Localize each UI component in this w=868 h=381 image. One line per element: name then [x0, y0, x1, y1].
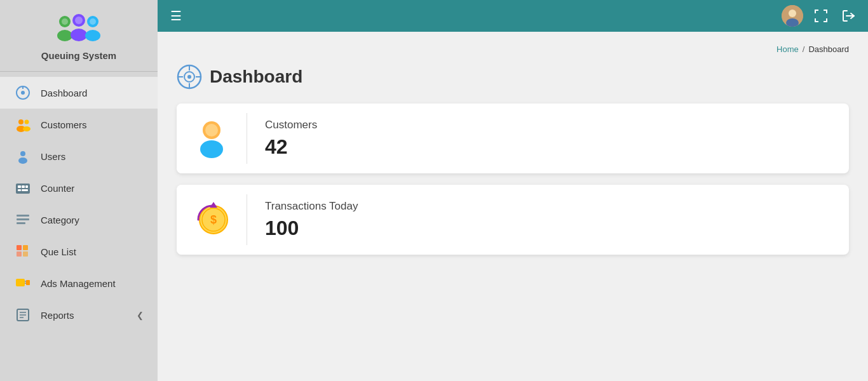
svg-rect-20 — [22, 185, 25, 188]
breadcrumb-separator: / — [803, 44, 805, 54]
svg-rect-25 — [17, 218, 29, 220]
customers-icon — [14, 116, 32, 133]
menu-toggle-button[interactable]: ☰ — [168, 6, 184, 26]
svg-rect-22 — [18, 189, 21, 191]
svg-point-3 — [71, 29, 87, 41]
topbar: ☰ — [158, 0, 868, 32]
svg-point-1 — [57, 30, 72, 41]
topbar-left: ☰ — [168, 6, 184, 26]
logo-svg — [53, 13, 104, 48]
sidebar-item-users-label: Users — [41, 151, 65, 162]
svg-point-40 — [789, 10, 796, 17]
logout-icon — [841, 9, 855, 23]
transactions-card-label: Transactions Today — [265, 200, 849, 213]
users-icon — [14, 147, 32, 165]
fullscreen-icon — [815, 10, 827, 22]
svg-rect-30 — [23, 251, 28, 257]
svg-rect-21 — [25, 185, 28, 188]
svg-rect-32 — [26, 280, 30, 285]
svg-point-15 — [23, 126, 31, 131]
svg-point-12 — [18, 119, 24, 124]
svg-point-10 — [21, 91, 25, 95]
sidebar-item-que-list-label: Que List — [41, 246, 76, 257]
user-avatar[interactable] — [782, 5, 803, 27]
sidebar: Queuing System Dashboard Customers — [0, 0, 158, 381]
sidebar-item-category-label: Category — [41, 215, 79, 225]
sidebar-nav: Dashboard Customers Users — [0, 77, 158, 331]
breadcrumb-current: Dashboard — [808, 44, 849, 54]
page-title-icon — [177, 64, 202, 90]
app-title: Queuing System — [41, 50, 116, 61]
sidebar-item-customers-label: Customers — [41, 119, 87, 130]
svg-point-17 — [18, 157, 27, 164]
content-area: Home / Dashboard Dashboard — [158, 32, 868, 381]
dashboard-icon — [14, 84, 32, 102]
customer-card-icon — [189, 116, 234, 161]
ads-icon — [14, 274, 32, 292]
sidebar-logo: Queuing System — [0, 0, 158, 72]
transaction-card-icon: $ — [189, 197, 234, 242]
counter-icon — [14, 179, 32, 197]
sidebar-item-ads-management-label: Ads Management — [41, 278, 116, 289]
svg-rect-28 — [17, 251, 22, 257]
svg-rect-18 — [16, 184, 30, 194]
que-list-icon — [14, 243, 32, 260]
topbar-right — [782, 5, 858, 27]
transactions-card-value: 100 — [265, 217, 849, 240]
sidebar-item-reports[interactable]: Reports ❮ — [0, 299, 158, 331]
sidebar-item-reports-label: Reports — [41, 310, 74, 321]
svg-rect-19 — [18, 185, 21, 188]
transactions-card-icon-area: $ — [177, 185, 247, 255]
sidebar-item-counter[interactable]: Counter — [0, 172, 158, 204]
reports-arrow-icon: ❮ — [137, 311, 144, 320]
customers-card-icon-area — [177, 104, 247, 173]
sidebar-item-customers[interactable]: Customers — [0, 109, 158, 140]
customers-card-content: Customers 42 — [265, 107, 849, 170]
sidebar-item-counter-label: Counter — [41, 183, 74, 194]
transactions-card-divider — [247, 194, 247, 245]
svg-point-52 — [205, 124, 218, 137]
svg-point-16 — [20, 151, 25, 156]
svg-point-14 — [25, 120, 29, 124]
svg-point-5 — [85, 30, 100, 41]
svg-rect-23 — [22, 189, 28, 191]
main-content: ☰ — [158, 0, 868, 381]
svg-point-53 — [203, 142, 220, 156]
sidebar-item-users[interactable]: Users — [0, 140, 158, 172]
svg-rect-31 — [16, 279, 25, 286]
breadcrumb: Home / Dashboard — [177, 44, 849, 54]
customers-card-value: 42 — [265, 135, 849, 159]
sidebar-item-ads-management[interactable]: Ads Management — [0, 267, 158, 299]
reports-icon — [14, 306, 32, 324]
customers-card-divider — [247, 113, 247, 164]
logo-icon — [53, 13, 104, 48]
breadcrumb-home-link[interactable]: Home — [776, 44, 799, 54]
svg-rect-26 — [17, 222, 25, 224]
transactions-card: $ Transactions Today 100 — [177, 185, 849, 255]
svg-point-45 — [187, 75, 191, 79]
avatar-svg — [782, 5, 803, 27]
sidebar-item-category[interactable]: Category — [0, 204, 158, 236]
page-title-row: Dashboard — [177, 64, 849, 90]
sidebar-item-dashboard[interactable]: Dashboard — [0, 77, 158, 109]
sidebar-item-dashboard-label: Dashboard — [41, 88, 87, 98]
fullscreen-button[interactable] — [812, 7, 830, 25]
svg-point-8 — [90, 18, 96, 25]
sidebar-item-que-list[interactable]: Que List — [0, 236, 158, 267]
svg-rect-27 — [17, 245, 22, 250]
logout-button[interactable] — [839, 6, 858, 25]
svg-point-7 — [75, 17, 83, 24]
hamburger-icon: ☰ — [170, 8, 182, 23]
svg-rect-29 — [23, 245, 28, 250]
customers-card-label: Customers — [265, 119, 849, 131]
svg-rect-24 — [17, 215, 29, 217]
transactions-card-content: Transactions Today 100 — [265, 189, 849, 251]
page-title: Dashboard — [210, 67, 302, 87]
category-icon — [14, 211, 32, 229]
svg-text:$: $ — [210, 213, 217, 226]
svg-point-6 — [62, 18, 68, 25]
customers-card: Customers 42 — [177, 104, 849, 173]
